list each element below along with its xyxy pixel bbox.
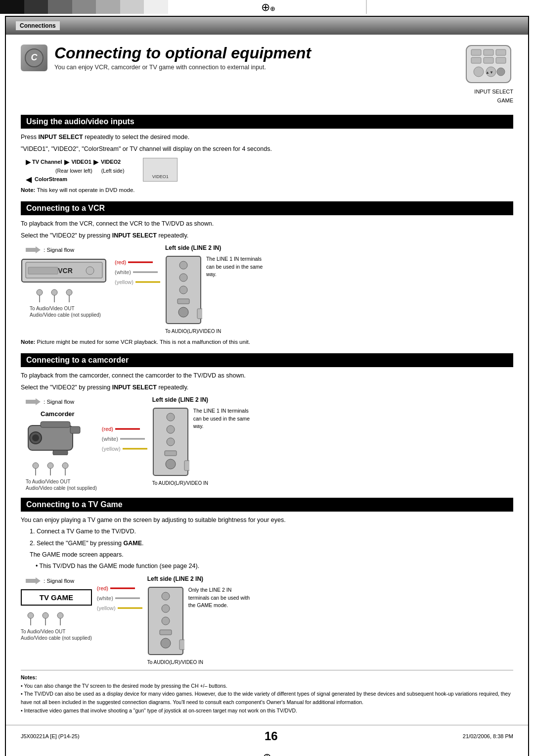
input-select-label: INPUT SELECT [474,88,513,96]
tvgame-list2: 2. Select the "GAME" by pressing GAME. [30,539,513,548]
svg-point-71 [162,617,170,625]
svg-marker-35 [26,398,41,405]
svg-point-19 [37,289,43,295]
svg-rect-7 [484,57,493,63]
flow-diagram-area: ▶ TV Channel ▶ VIDEO1 ▶ VIDEO2 (Rear low… [26,158,513,184]
camcorder-yellow-label: (yellow) [102,446,121,452]
vcr-body2: Select the "VIDEO2" by pressing INPUT SE… [21,231,513,240]
svg-point-70 [162,605,170,613]
tvgame-white-cable-svg [115,597,140,600]
section-label: Connections [16,21,60,30]
vcr-tv-panel-area: Left side (LINE 2 IN) The LINE [165,244,270,334]
title-area: C Connecting to optional equipment You c… [21,40,513,108]
svg-point-53 [167,425,175,433]
tvgame-signal-flow-text: : Signal flow [44,578,74,584]
vcr-device-area: VCR To Audio/Video OUT [21,258,110,318]
tvgame-signal-flow: : Signal flow [26,577,92,584]
tvgame-body1: You can enjoy playing a TV game on the s… [21,516,513,525]
svg-point-56 [166,459,176,469]
section-camcorder-header: Connecting to a camcorder [21,353,513,367]
svg-point-11 [497,68,505,76]
svg-rect-57 [184,461,189,471]
camcorder-to-audio-lr: To AUDIO(L/R)/VIDEO IN [152,480,208,486]
svg-point-61 [57,613,63,618]
svg-point-20 [51,289,57,295]
camcorder-body2: Select the "VIDEO2" by pressing INPUT SE… [21,383,513,392]
tvgame-color-cables: (red) (white) (yellow) [97,575,142,611]
video1-display-indicator: VIDEO1 [143,158,178,182]
color-swatch-white2 [366,0,367,14]
vcr-tv-panel-svg [165,255,202,325]
tv-channel-label: TV Channel [32,159,62,165]
camcorder-left-side-label: Left side (LINE 2 IN) [152,396,208,403]
color-swatch-white [144,0,168,14]
tvgame-device-label: TV GAME [40,593,73,602]
signal-flow-arrow-camcorder [26,398,41,405]
camcorder-white-label: (white) [102,436,118,442]
tvgame-cables-below: To Audio/Video OUT Audio/Video cable (no… [21,611,92,641]
camcorder-diagram-section: : Signal flow Camcorder [21,396,513,491]
page-subtitle: You can enjoy VCR, camcorder or TV game … [54,64,400,71]
footer-date: 21/02/2006, 8:38 PM [463,733,513,739]
tvgame-list3: The GAME mode screen appears. [30,550,513,560]
remote-control-illustration: ▲▼ [464,45,513,87]
svg-rect-8 [496,57,506,63]
game-label: GAME [474,96,513,105]
camcorder-to-audio-video: To Audio/Video OUT [26,479,70,484]
tvgame-tv-right: Only the LINE 2 IN terminals can be used… [147,586,253,656]
tvgame-line2-note: Only the LINE 2 IN terminals can be used… [188,586,253,610]
tvgame-list1: 1. Connect a TV Game to the TV/DVD. [30,527,513,536]
svg-point-43 [47,463,53,469]
title-decoration-icon: C [24,48,44,68]
page-main-title: Connecting to optional equipment [54,45,400,62]
vcr-diagram-section: : Signal flow VCR [21,244,513,334]
vcr-white-label: (white) [115,269,131,275]
title-right-remote: ▲▼ INPUT SELECT GAME [404,45,513,105]
svg-point-42 [33,463,39,469]
tvgame-yellow-label: (yellow) [97,605,116,611]
svg-marker-58 [26,577,41,584]
video1-label: VIDEO1 [72,159,91,165]
color-bar-left [0,0,168,14]
camcorder-diagram-left: : Signal flow Camcorder [21,396,97,491]
vcr-left-side-label: Left side (LINE 2 IN) [165,244,221,251]
camcorder-signal-flow: : Signal flow [26,398,97,405]
vcr-signal-flow: : Signal flow [26,246,110,253]
vcr-red-cable-svg [128,261,153,264]
page-footer: J5X00221A [E] (P14-25) 16 21/02/2006, 8:… [6,725,528,747]
svg-rect-40 [53,450,68,455]
top-color-bar: ⊕ [0,0,534,14]
rear-lower-left-label: (Rear lower left) [55,168,92,174]
input-select-bold: INPUT SELECT [38,134,83,141]
svg-rect-6 [471,57,481,63]
vcr-color-cables: (red) (white) (yellow) [115,244,160,285]
tvgame-left-side-label: Left side (LINE 2 IN) [147,575,203,582]
svg-point-69 [162,592,170,600]
section-tvgame-header: Connecting to a TV Game [21,498,513,512]
flow-location-labels: (Rear lower left) (Left side) [55,168,133,174]
svg-point-59 [28,613,34,618]
vcr-line1-note: The LINE 1 IN terminals can be used in t… [206,255,270,279]
tvgame-yellow-cable-svg [118,607,142,610]
svg-rect-55 [165,451,177,456]
vcr-cable-white: (white) [115,269,160,275]
tvgame-diagram-left: : Signal flow TV GAME To A [21,575,92,641]
svg-point-73 [161,638,171,648]
signal-flow-arrow-vcr [26,246,41,253]
audio-video-body2: "VIDEO1", "VIDEO2", "ColorStream" or TV … [21,144,513,154]
vcr-red-label: (red) [115,259,126,265]
color-swatch-black2 [24,0,48,14]
svg-text:C: C [31,52,38,62]
tvgame-white-label: (white) [97,595,113,601]
tvgame-cable-white: (white) [97,595,142,601]
camcorder-tv-panel-svg [152,407,189,476]
camcorder-input-select-bold: INPUT SELECT [112,384,157,391]
svg-point-44 [62,463,68,469]
camcorder-yellow-cable-svg [123,447,147,450]
camcorder-shape-area [26,421,97,457]
tvgame-list4: • This TV/DVD has the GAME mode function… [36,562,513,571]
flow-arrow3: ▶ [93,158,99,166]
svg-rect-4 [484,49,493,55]
section-vcr-header: Connecting to a VCR [21,201,513,215]
svg-point-52 [167,413,175,421]
